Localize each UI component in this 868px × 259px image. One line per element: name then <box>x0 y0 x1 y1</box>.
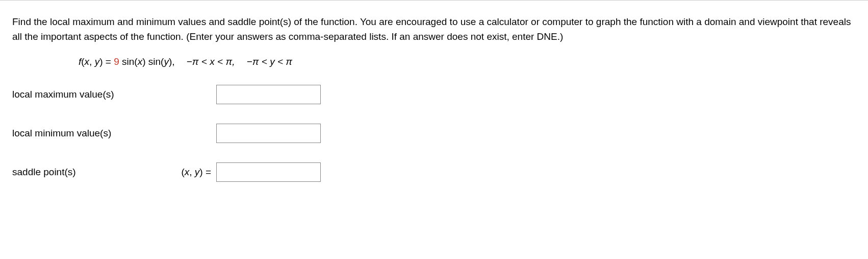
equation-sin-mid: ) sin( <box>142 56 164 67</box>
domain-y: −π < y < π <box>247 56 292 67</box>
question-container: Find the local maximum and minimum value… <box>0 0 868 259</box>
local-max-input[interactable] <box>216 85 321 104</box>
equation-comma: , <box>89 56 95 67</box>
equation-close: ) = <box>99 56 114 67</box>
saddle-label: saddle point(s) <box>12 167 155 178</box>
equation-x: x <box>85 56 90 67</box>
saddle-comma: , <box>189 167 195 177</box>
equation-sin-x: x <box>138 56 143 67</box>
saddle-close: ) = <box>199 167 211 177</box>
question-instructions: Find the local maximum and minimum value… <box>12 15 856 44</box>
local-min-label: local minimum value(s) <box>12 128 155 139</box>
local-min-row: local minimum value(s) <box>12 124 856 143</box>
saddle-y: y <box>195 167 200 177</box>
equation-y: y <box>95 56 100 67</box>
equation-sin-y: y <box>164 56 169 67</box>
local-min-input[interactable] <box>216 124 321 143</box>
equation-coefficient: 9 <box>114 56 119 67</box>
equation-sin1: sin( <box>119 56 138 67</box>
function-equation: f(x, y) = 9 sin(x) sin(y), −π < x < π, −… <box>79 56 856 67</box>
saddle-row: saddle point(s) (x, y) = <box>12 162 856 182</box>
domain-x: −π < x < π, <box>187 56 235 67</box>
saddle-prefix: (x, y) = <box>155 167 216 178</box>
local-max-label: local maximum value(s) <box>12 89 155 100</box>
saddle-input[interactable] <box>216 162 321 182</box>
equation-end: ), <box>169 56 175 67</box>
saddle-x: x <box>185 167 190 177</box>
local-max-row: local maximum value(s) <box>12 85 856 104</box>
